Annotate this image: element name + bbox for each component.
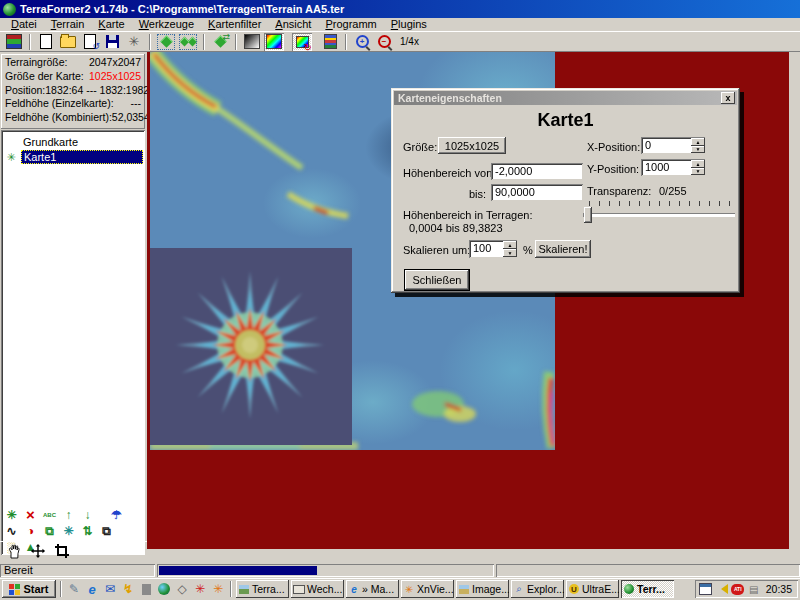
grayscale-gradient-icon[interactable]: [242, 33, 262, 51]
info-field-height-combined: Feldhöhe (Kombiniert):52,0354: [5, 111, 141, 125]
y-position-label: Y-Position:: [587, 163, 639, 175]
copy-map-icon[interactable]: ⧉: [40, 523, 59, 539]
rain-erosion-icon[interactable]: ☂: [107, 507, 126, 523]
layer-list: Grundkarte ✳ Karte1: [1, 130, 145, 555]
system-tray: ATI ▤ 20:35: [695, 580, 798, 598]
info-field-height-single: Feldhöhe (Einzelkarte):---: [5, 97, 141, 111]
terraformer-window-icon: [623, 583, 635, 595]
zoom-out-icon[interactable]: −: [374, 33, 394, 51]
height-curve-icon[interactable]: ∿: [2, 523, 21, 539]
transparency-slider-thumb[interactable]: [584, 207, 592, 223]
terragen-range-value: 0,0004 bis 89,3823: [409, 222, 503, 234]
x-position-spinner[interactable]: ▲▼: [691, 138, 705, 153]
crop-tool-icon[interactable]: [54, 543, 70, 561]
start-button[interactable]: Start: [2, 580, 56, 598]
info-map-size: Größe der Karte:1025x1025: [5, 70, 141, 84]
globe-online-icon[interactable]: [156, 581, 172, 597]
taskbtn-ma[interactable]: e » Ma...: [346, 580, 399, 598]
show-desktop-icon[interactable]: ✎: [66, 581, 82, 597]
map-tool-palette: ✳ × ABC ↑ ↓ ☂ ∿ ◑ ⧉ ✳ ⇅ ⧉ ░ ▲: [1, 505, 145, 541]
x-position-label: X-Position:: [587, 141, 640, 153]
dialog-close-icon[interactable]: x: [721, 92, 735, 104]
menu-karte[interactable]: Karte: [91, 18, 131, 31]
lower-map-icon[interactable]: ↓: [78, 507, 97, 523]
desktop-diamond-icon[interactable]: ◇: [174, 581, 190, 597]
rotate-colors-icon[interactable]: ↻: [292, 33, 312, 51]
skalieren-button[interactable]: Skalieren!: [535, 240, 591, 258]
range-to-input[interactable]: 90,0000: [491, 184, 583, 201]
menu-bar: Datei Terrain Karte Werkzeuge Kartenfilt…: [0, 18, 800, 31]
media-player-icon[interactable]: [138, 581, 154, 597]
menu-programm[interactable]: Programm: [318, 18, 383, 31]
raise-map-icon[interactable]: ↑: [59, 507, 78, 523]
render-burst-icon[interactable]: ✳: [124, 33, 144, 51]
revert-document-icon[interactable]: ↺: [80, 33, 100, 51]
menu-plugins[interactable]: Plugins: [384, 18, 434, 31]
taskbtn-ultraedit[interactable]: U UltraE...: [566, 580, 619, 598]
menu-datei[interactable]: Datei: [4, 18, 44, 31]
dialog-titlebar[interactable]: Karteneigenschaften x: [394, 91, 737, 105]
menu-kartenfilter[interactable]: Kartenfilter: [201, 18, 268, 31]
transparency-value: 0/255: [659, 185, 687, 197]
duplicate-map-icon[interactable]: ⧉: [97, 523, 116, 539]
taskbtn-explorer[interactable]: ⌕ Explor...: [511, 580, 564, 598]
y-position-spinner[interactable]: ▲▼: [691, 160, 705, 175]
info-position: Position:1832:64 --- 1832:1982: [5, 84, 141, 98]
app-logo-icon: [4, 33, 24, 51]
new-file-icon[interactable]: [36, 33, 56, 51]
layer-item-grundkarte[interactable]: Grundkarte: [3, 135, 143, 149]
menu-terrain[interactable]: Terrain: [44, 18, 92, 31]
layer-bars-icon[interactable]: [320, 33, 340, 51]
app-icon: [3, 3, 16, 16]
task-scheduler-icon[interactable]: [699, 582, 713, 596]
schliessen-button[interactable]: Schließen: [404, 269, 470, 291]
graphics-tablet-icon[interactable]: ▤: [747, 582, 761, 596]
dialog-title: Karteneigenschaften: [398, 92, 721, 104]
window-title: TerraFormer2 v1.74b - C:\Programme\Terra…: [20, 3, 344, 15]
dialog-heading: Karte1: [391, 110, 740, 131]
info-terrain-size: Terraingröße:2047x2047: [5, 56, 141, 70]
taskbtn-wech[interactable]: Wech...: [291, 580, 344, 598]
toggle-visibility-icon[interactable]: ◑: [21, 523, 40, 539]
rename-map-icon[interactable]: ABC: [40, 507, 59, 523]
taskbtn-terra[interactable]: Terra...: [236, 580, 289, 598]
add-map-icon[interactable]: ✳: [2, 507, 21, 523]
transparency-slider[interactable]: [583, 213, 735, 217]
volume-icon[interactable]: [715, 582, 729, 596]
select-all-maps-icon[interactable]: [178, 33, 198, 51]
windows-logo-icon: [9, 584, 20, 595]
select-map-icon[interactable]: [156, 33, 176, 51]
internet-explorer-icon[interactable]: e: [84, 581, 100, 597]
zoom-in-icon[interactable]: +: [352, 33, 372, 51]
move-tool-icon[interactable]: [30, 543, 46, 561]
layer-item-karte1[interactable]: ✳ Karte1: [3, 150, 143, 164]
merge-map-icon[interactable]: ✳: [59, 523, 78, 539]
delete-map-icon[interactable]: ×: [21, 507, 40, 523]
swap-layers-icon[interactable]: ⇅: [78, 523, 97, 539]
winamp-icon[interactable]: ↯: [120, 581, 136, 597]
color-gradient-icon[interactable]: [264, 33, 284, 51]
karte1-layer-preview[interactable]: [150, 248, 352, 445]
icq-icon[interactable]: ✳: [192, 581, 208, 597]
xnview-quick-icon[interactable]: ✳: [210, 581, 226, 597]
ati-display-icon[interactable]: ATI: [731, 582, 745, 596]
size-button[interactable]: 1025x1025: [438, 137, 506, 154]
taskbtn-xnview[interactable]: ✳ XnVie...: [401, 580, 454, 598]
menu-werkzeuge[interactable]: Werkzeuge: [132, 18, 201, 31]
range-from-input[interactable]: -2,0000: [491, 163, 583, 180]
menu-ansicht[interactable]: Ansicht: [268, 18, 318, 31]
status-spare-panel: [496, 564, 800, 577]
ultraedit-window-icon: U: [568, 583, 580, 595]
taskbtn-image[interactable]: Image...: [456, 580, 509, 598]
karteneigenschaften-dialog: Karteneigenschaften x Karte1 Größe: 1025…: [391, 88, 740, 293]
window-titlebar[interactable]: TerraFormer2 v1.74b - C:\Programme\Terra…: [0, 0, 800, 18]
open-folder-icon[interactable]: [58, 33, 78, 51]
canvas-nav-tools: [0, 541, 147, 562]
pan-hand-icon[interactable]: [6, 543, 22, 561]
save-floppy-icon[interactable]: [102, 33, 122, 51]
scale-spinner[interactable]: ▲▼: [503, 241, 517, 257]
outlook-express-icon[interactable]: ✉: [102, 581, 118, 597]
swap-maps-icon[interactable]: ⇄: [210, 33, 230, 51]
percent-label: %: [523, 244, 533, 256]
taskbtn-terraformer[interactable]: Terr...: [621, 580, 674, 598]
